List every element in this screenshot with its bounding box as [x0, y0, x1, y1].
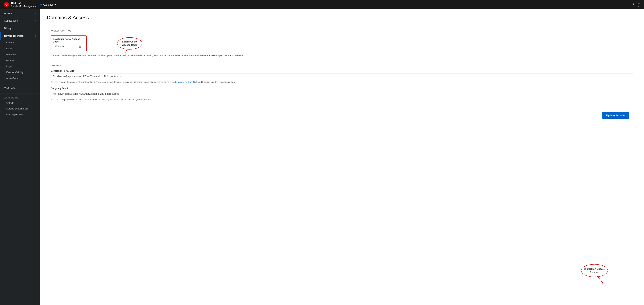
button-area: Update Account [50, 108, 633, 122]
sidebar-item-accounts[interactable]: Accounts › [0, 9, 40, 17]
access-code-hint: The access code hides your site from the… [50, 54, 633, 57]
sidebar-divider-2 [0, 93, 40, 94]
sidebar-item-applications[interactable]: Applications › [0, 17, 40, 24]
panel-divider-2 [50, 105, 633, 105]
callout-update-account: 2. Click on Update Account [581, 264, 608, 277]
access-code-label: Developer Portal Access Code [53, 38, 84, 43]
sidebar-item-developer-portal[interactable]: Developer Portal ∨ [0, 32, 40, 40]
svg-point-1 [5, 6, 6, 6]
callout-2-bubble: 2. Click on Update Account [581, 264, 608, 277]
access-control-section-label: ACCESS CONTROL [47, 26, 636, 34]
redhat-logo-icon [4, 2, 9, 8]
developer-portal-site-group: Developer Portal Site You can change the… [50, 70, 633, 84]
audience-dropdown[interactable]: Audience ▾ [40, 3, 56, 6]
app-body: Accounts › Applications › Billing › Deve… [0, 9, 644, 305]
sidebar-legal-terms-label: Legal Terms [0, 95, 40, 100]
portal-site-hint: You can change the domain of your Develo… [50, 80, 633, 84]
sidebar-subitem-drafts[interactable]: Drafts [0, 46, 40, 52]
top-navigation: Red Hat 3scale API Management Audience ▾… [0, 0, 644, 9]
sidebar-subitem-feature-visibility[interactable]: Feature Visibility [0, 69, 40, 75]
page-title: Domains & Access [47, 15, 637, 20]
access-code-input-row: ⊟ [53, 44, 84, 49]
sidebar-subitem-signup[interactable]: Signup [0, 100, 40, 106]
sidebar-subitem-logo[interactable]: Logo [0, 64, 40, 69]
sidebar-subitem-groups[interactable]: Groups [0, 58, 40, 64]
nav-right: ? ◯ [632, 3, 640, 7]
audience-dot [40, 4, 42, 6]
chevron-right-icon: › [35, 12, 36, 14]
outgoing-email-input[interactable] [50, 91, 633, 97]
callout-1-bubble: 1. Remove the Access Code [117, 37, 142, 50]
callout-1-arrow [124, 48, 132, 55]
domains-section-label: DOMAINS [50, 64, 633, 66]
sidebar-item-visit-portal[interactable]: Visit Portal [0, 84, 40, 92]
nav-left: Red Hat 3scale API Management Audience ▾ [4, 2, 56, 8]
copy-icon-button[interactable]: ⊟ [79, 45, 81, 48]
outgoing-email-label: Outgoing Email [50, 87, 633, 90]
callout-2-arrow [596, 276, 604, 284]
user-menu-button[interactable]: ◯ [637, 3, 640, 7]
sidebar-subitem-content[interactable]: Content [0, 40, 40, 46]
sidebar-subitem-redirects[interactable]: Redirects [0, 52, 40, 58]
portal-site-input[interactable] [50, 73, 633, 80]
portal-site-label: Developer Portal Site [50, 70, 633, 72]
main-content: Domains & Access ACCESS CONTROL Develope… [40, 9, 644, 305]
logo-area: Red Hat 3scale API Management [4, 2, 36, 8]
update-account-button[interactable]: Update Account [602, 112, 630, 119]
svg-point-0 [4, 2, 9, 8]
chevron-right-icon: › [35, 20, 36, 22]
openshift-route-link[interactable]: add a route on OpenShift [173, 81, 198, 83]
sidebar: Accounts › Applications › Billing › Deve… [0, 9, 40, 305]
sidebar-subitem-activedocs[interactable]: ActiveDocs [0, 75, 40, 81]
chevron-down-icon: ∨ [34, 35, 36, 37]
logo-text: Red Hat 3scale API Management [11, 2, 36, 8]
callout-remove-access-code: 1. Remove the Access Code [117, 37, 142, 50]
outgoing-email-group: Outgoing Email You can change the domain… [50, 87, 633, 101]
sidebar-item-billing[interactable]: Billing › [0, 24, 40, 32]
access-code-group: Developer Portal Access Code ⊟ [50, 36, 86, 51]
access-code-input[interactable] [53, 44, 78, 49]
chevron-down-icon: ▾ [54, 3, 56, 6]
sidebar-subitem-service-subscription[interactable]: Service Subscription [0, 106, 40, 112]
chevron-right-icon: › [35, 27, 36, 29]
outgoing-email-hint: You can change the domain of the email a… [50, 98, 633, 101]
sidebar-subitem-new-application[interactable]: New Application [0, 112, 40, 118]
help-button[interactable]: ? [632, 3, 634, 7]
